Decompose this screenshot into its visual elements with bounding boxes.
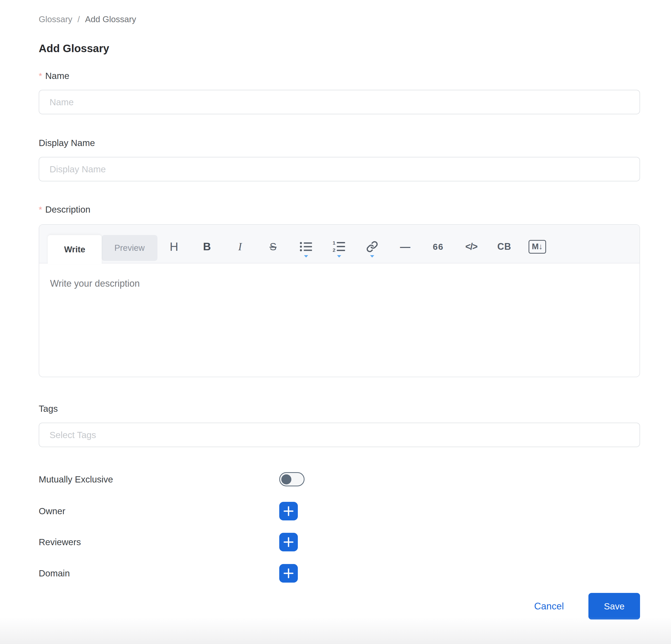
bold-button[interactable]: B <box>190 234 224 260</box>
cancel-button[interactable]: Cancel <box>534 601 564 612</box>
breadcrumb-current-page: Add Glossary <box>85 14 136 25</box>
plus-icon <box>283 537 293 547</box>
markdown-icon: M↓ <box>529 240 546 254</box>
strikethrough-button[interactable]: S <box>256 234 290 260</box>
tags-select-input[interactable] <box>39 423 640 447</box>
display-name-label: Display Name <box>39 137 640 149</box>
svg-text:2: 2 <box>333 247 336 252</box>
domain-row: Domain <box>39 564 640 583</box>
numbered-list-button[interactable]: 1 2 <box>322 234 356 260</box>
display-name-label-text: Display Name <box>39 137 95 149</box>
breadcrumb-separator: / <box>77 14 80 25</box>
bold-icon: B <box>203 241 211 253</box>
heading-button[interactable]: H <box>157 234 190 260</box>
owner-label: Owner <box>39 506 279 516</box>
description-placeholder: Write your description <box>50 278 629 289</box>
required-asterisk: * <box>39 70 42 82</box>
tab-write[interactable]: Write <box>48 235 102 264</box>
add-glossary-form-page: Glossary / Add Glossary Add Glossary * N… <box>0 0 671 619</box>
horizontal-rule-icon: — <box>400 241 410 253</box>
save-button[interactable]: Save <box>588 593 640 619</box>
description-label-text: Description <box>45 204 90 216</box>
name-input[interactable] <box>39 90 640 114</box>
mutually-exclusive-toggle[interactable] <box>279 472 305 486</box>
description-markdown-editor: Write Preview H B I S <box>39 224 640 377</box>
owner-row: Owner <box>39 502 640 520</box>
tab-write-label: Write <box>64 245 86 254</box>
editor-toolbar-buttons: H B I S <box>157 234 554 260</box>
description-label: * Description <box>39 204 640 216</box>
breadcrumb: Glossary / Add Glossary <box>39 14 640 25</box>
inline-code-icon: </> <box>465 241 477 252</box>
heading-icon: H <box>169 240 178 254</box>
markdown-button[interactable]: M↓ <box>521 234 554 260</box>
bullet-list-icon <box>300 241 313 252</box>
link-icon <box>366 241 378 253</box>
plus-icon <box>283 506 293 516</box>
required-asterisk: * <box>39 204 42 216</box>
horizontal-rule-button[interactable]: — <box>389 234 422 260</box>
page-title: Add Glossary <box>39 42 640 54</box>
plus-icon <box>283 568 293 578</box>
svg-text:1: 1 <box>333 241 336 246</box>
name-label-text: Name <box>45 70 69 82</box>
tags-label-text: Tags <box>39 403 58 415</box>
add-domain-button[interactable] <box>279 564 298 583</box>
quote-button[interactable]: 66 <box>422 234 455 260</box>
italic-icon: I <box>238 241 242 253</box>
add-reviewer-button[interactable] <box>279 533 298 551</box>
tags-label: Tags <box>39 403 640 415</box>
description-editor-textarea[interactable]: Write your description <box>39 263 640 304</box>
code-block-button[interactable]: CB <box>488 234 521 260</box>
inline-code-button[interactable]: </> <box>455 234 488 260</box>
name-label: * Name <box>39 70 640 82</box>
tab-preview-label: Preview <box>114 243 144 253</box>
page-bottom-fade <box>0 617 671 644</box>
quote-icon: 66 <box>433 242 444 252</box>
reviewers-label: Reviewers <box>39 537 279 547</box>
reviewers-row: Reviewers <box>39 533 640 551</box>
add-owner-button[interactable] <box>279 502 298 520</box>
editor-toolbar: Write Preview H B I S <box>39 225 640 263</box>
code-block-icon: CB <box>497 241 511 252</box>
bullet-list-button[interactable] <box>290 234 322 260</box>
breadcrumb-glossary-link[interactable]: Glossary <box>39 14 72 25</box>
form-actions: Cancel Save <box>39 593 640 619</box>
domain-label: Domain <box>39 568 279 578</box>
mutually-exclusive-row: Mutually Exclusive <box>39 472 640 487</box>
link-button[interactable] <box>356 234 389 260</box>
toggle-knob <box>281 474 291 484</box>
tab-preview[interactable]: Preview <box>102 235 157 261</box>
numbered-list-icon: 1 2 <box>333 241 345 252</box>
italic-button[interactable]: I <box>224 234 256 260</box>
strikethrough-icon: S <box>270 241 277 253</box>
display-name-input[interactable] <box>39 157 640 181</box>
mutually-exclusive-label: Mutually Exclusive <box>39 474 279 485</box>
